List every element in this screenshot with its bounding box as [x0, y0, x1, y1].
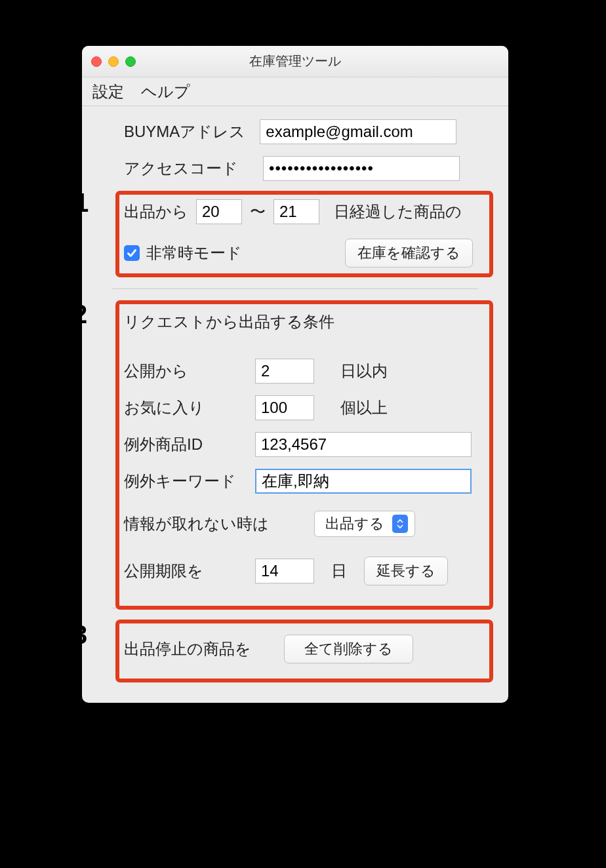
checkmark-icon: [124, 245, 140, 261]
days-to-input[interactable]: [273, 199, 319, 224]
menu-settings[interactable]: 設定: [92, 81, 124, 102]
public-from-unit: 日以内: [340, 361, 388, 382]
exception-id-label: 例外商品ID: [124, 434, 255, 455]
exception-id-input[interactable]: [255, 432, 472, 457]
menubar: 設定 ヘルプ: [82, 77, 508, 106]
menu-help[interactable]: ヘルプ: [141, 81, 190, 102]
extend-button[interactable]: 延長する: [364, 557, 448, 585]
access-code-input[interactable]: [263, 156, 460, 181]
noinfo-select[interactable]: 出品する: [314, 511, 415, 537]
noinfo-select-value: 出品する: [325, 514, 392, 534]
traffic-lights: [91, 56, 136, 67]
titlebar: 在庫管理ツール: [82, 46, 508, 77]
app-window: 在庫管理ツール 設定 ヘルプ BUYMAアドレス アクセスコード 1 出品から …: [82, 46, 508, 703]
deadline-label: 公開期限を: [124, 561, 255, 582]
divider-1: [112, 288, 478, 289]
section-marker-3: 3: [82, 620, 87, 650]
window-content: BUYMAアドレス アクセスコード 1 出品から 〜 日経過した商品の: [82, 106, 508, 703]
delete-all-button[interactable]: 全て削除する: [284, 635, 413, 663]
minimize-icon[interactable]: [108, 56, 119, 67]
section-3: 出品停止の商品を 全て削除する: [117, 621, 493, 677]
deadline-unit: 日: [331, 561, 347, 582]
noinfo-label: 情報が取れない時は: [124, 513, 314, 534]
close-icon[interactable]: [91, 56, 102, 67]
divider-2: [112, 608, 478, 608]
stopped-items-label: 出品停止の商品を: [124, 639, 251, 660]
window-title: 在庫管理ツール: [82, 52, 508, 70]
buyma-address-input[interactable]: [260, 119, 456, 144]
exception-keyword-label: 例外キーワード: [124, 471, 255, 492]
section-marker-2: 2: [82, 300, 87, 329]
emergency-mode-checkbox[interactable]: 非常時モード: [124, 243, 242, 264]
emergency-mode-label: 非常時モード: [146, 243, 242, 264]
days-from-input[interactable]: [196, 199, 242, 224]
days-elapsed-label: 日経過した商品の: [334, 201, 462, 222]
favorite-input[interactable]: [255, 395, 314, 420]
favorite-unit: 個以上: [340, 397, 388, 418]
check-stock-button[interactable]: 在庫を確認する: [345, 239, 473, 267]
deadline-input[interactable]: [255, 559, 314, 583]
section-2: リクエストから出品する条件 公開から 日以内 お気に入り 個以上 例外商品ID …: [117, 302, 493, 595]
public-from-input[interactable]: [255, 359, 314, 384]
listing-from-label: 出品から: [124, 201, 188, 222]
favorite-label: お気に入り: [124, 397, 255, 418]
section-marker-1: 1: [82, 188, 89, 218]
request-condition-heading: リクエストから出品する条件: [124, 311, 334, 332]
access-code-label: アクセスコード: [124, 158, 238, 179]
chevron-updown-icon: [392, 515, 408, 533]
section-1: 出品から 〜 日経過した商品の 非常時モード 在庫を確認する: [117, 193, 493, 275]
tilde-label: 〜: [250, 201, 266, 222]
public-from-label: 公開から: [124, 361, 255, 382]
exception-keyword-input[interactable]: [255, 469, 472, 494]
buyma-address-label: BUYMAアドレス: [124, 121, 245, 142]
zoom-icon[interactable]: [125, 56, 136, 67]
